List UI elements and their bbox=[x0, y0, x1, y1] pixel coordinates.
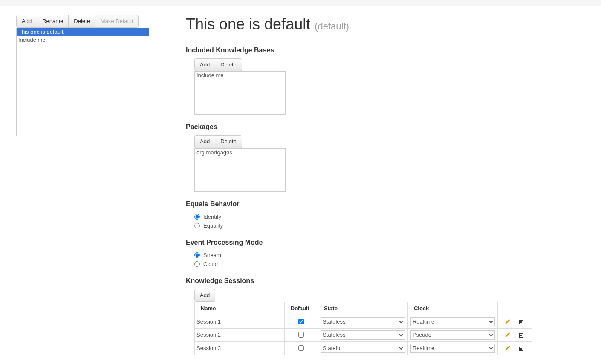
kb-toolbar: Add Rename Delete Make Default bbox=[16, 15, 139, 28]
page-subtitle: (default) bbox=[315, 21, 349, 32]
packages-delete-button[interactable]: Delete bbox=[215, 135, 242, 148]
packages-add-button[interactable]: Add bbox=[194, 135, 215, 148]
radio-input[interactable] bbox=[194, 252, 200, 258]
radio-label: Stream bbox=[203, 252, 221, 258]
radio-option[interactable]: Stream bbox=[194, 251, 592, 260]
radio-input[interactable] bbox=[194, 261, 200, 267]
top-bar bbox=[0, 0, 601, 6]
session-default-cell bbox=[284, 315, 318, 329]
session-actions-cell bbox=[497, 315, 532, 329]
session-actions-cell bbox=[497, 328, 532, 341]
included-kb-delete-button[interactable]: Delete bbox=[215, 58, 242, 71]
make-default-button[interactable]: Make Default bbox=[95, 15, 139, 28]
session-clock-cell: RealtimePseudo bbox=[407, 341, 497, 355]
delete-icon[interactable] bbox=[517, 332, 525, 339]
session-state-select[interactable]: StatelessStateful bbox=[321, 317, 405, 326]
session-clock-select[interactable]: RealtimePseudo bbox=[410, 330, 495, 340]
sessions-col-actions bbox=[497, 302, 532, 315]
section-packages-title: Packages bbox=[186, 123, 592, 131]
section-equals-title: Equals Behavior bbox=[186, 200, 592, 208]
list-item[interactable]: This one is default bbox=[17, 28, 149, 36]
radio-option[interactable]: Cloud bbox=[194, 260, 592, 269]
delete-icon[interactable] bbox=[517, 318, 525, 326]
list-item[interactable]: Include me bbox=[17, 36, 149, 44]
packages-listbox[interactable]: org.mortgages bbox=[194, 148, 286, 192]
section-included-kb-title: Included Knowledge Bases bbox=[186, 46, 592, 54]
sessions-table: Name Default State Clock Session 1Statel… bbox=[194, 302, 532, 355]
edit-icon[interactable] bbox=[504, 331, 511, 338]
delete-button[interactable]: Delete bbox=[68, 15, 95, 28]
session-name-cell: Session 2 bbox=[195, 328, 285, 341]
radio-label: Cloud bbox=[203, 261, 218, 267]
packages-toolbar: Add Delete bbox=[194, 135, 242, 148]
event-mode-radio-group: StreamCloud bbox=[186, 251, 592, 269]
session-clock-select[interactable]: RealtimePseudo bbox=[410, 344, 495, 353]
included-kb-listbox[interactable]: Include me bbox=[194, 71, 286, 115]
session-default-cell bbox=[284, 328, 318, 341]
table-row: Session 3StatelessStatefulRealtimePseudo bbox=[195, 341, 532, 355]
section-event-mode-title: Event Processing Mode bbox=[186, 239, 592, 246]
sessions-col-state: State bbox=[318, 302, 408, 315]
sessions-add-button[interactable]: Add bbox=[194, 289, 215, 302]
section-sessions-title: Knowledge Sessions bbox=[186, 277, 592, 285]
session-name-cell: Session 3 bbox=[195, 341, 285, 355]
session-state-select[interactable]: StatelessStateful bbox=[321, 344, 405, 353]
sessions-col-default: Default bbox=[284, 302, 318, 315]
radio-option[interactable]: Identity bbox=[194, 212, 592, 221]
radio-label: Identity bbox=[203, 214, 221, 220]
session-state-cell: StatelessStateful bbox=[318, 315, 408, 329]
delete-icon[interactable] bbox=[517, 345, 525, 352]
list-item[interactable]: Include me bbox=[195, 72, 285, 80]
sessions-toolbar: Add bbox=[194, 289, 215, 302]
session-state-select[interactable]: StatelessStateful bbox=[321, 330, 405, 340]
radio-input[interactable] bbox=[194, 223, 200, 228]
edit-icon[interactable] bbox=[504, 318, 511, 325]
page-title: This one is default (default) bbox=[186, 15, 592, 38]
kb-listbox[interactable]: This one is defaultInclude me bbox=[16, 28, 149, 136]
session-clock-select[interactable]: RealtimePseudo bbox=[410, 317, 495, 326]
sessions-col-name: Name bbox=[195, 302, 285, 315]
radio-label: Equality bbox=[203, 222, 223, 229]
session-default-cell bbox=[284, 341, 318, 355]
session-actions-cell bbox=[497, 341, 532, 355]
included-kb-add-button[interactable]: Add bbox=[194, 58, 215, 71]
session-default-checkbox[interactable] bbox=[298, 345, 304, 351]
session-state-cell: StatelessStateful bbox=[318, 328, 408, 341]
page-title-text: This one is default bbox=[186, 15, 310, 33]
session-clock-cell: RealtimePseudo bbox=[407, 315, 497, 329]
radio-option[interactable]: Equality bbox=[194, 221, 592, 230]
session-name-cell: Session 1 bbox=[195, 315, 285, 329]
add-button[interactable]: Add bbox=[16, 15, 37, 28]
included-kb-toolbar: Add Delete bbox=[194, 58, 242, 71]
session-clock-cell: RealtimePseudo bbox=[407, 328, 497, 341]
rename-button[interactable]: Rename bbox=[37, 15, 69, 28]
session-state-cell: StatelessStateful bbox=[318, 341, 408, 355]
radio-input[interactable] bbox=[194, 214, 200, 220]
equals-radio-group: IdentityEquality bbox=[186, 212, 592, 230]
list-item[interactable]: org.mortgages bbox=[195, 149, 285, 157]
table-row: Session 1StatelessStatefulRealtimePseudo bbox=[195, 315, 532, 329]
sessions-col-clock: Clock bbox=[407, 302, 497, 315]
table-row: Session 2StatelessStatefulRealtimePseudo bbox=[195, 328, 532, 341]
session-default-checkbox[interactable] bbox=[298, 332, 304, 338]
edit-icon[interactable] bbox=[504, 344, 511, 352]
session-default-checkbox[interactable] bbox=[298, 319, 304, 324]
